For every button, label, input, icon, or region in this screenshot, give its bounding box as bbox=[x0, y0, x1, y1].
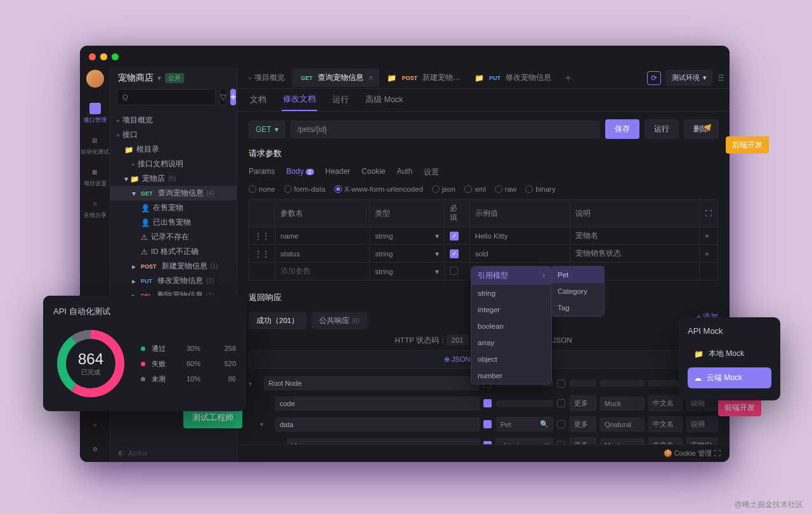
radio-xml[interactable]: xml bbox=[464, 185, 486, 193]
mock-cloud[interactable]: ☁ 云端 Mock bbox=[688, 367, 771, 388]
add-button[interactable]: + bbox=[230, 89, 236, 105]
refresh-button[interactable]: ⟳ bbox=[647, 71, 661, 85]
project-header[interactable]: 宠物商店 ▾ 公开 bbox=[110, 67, 237, 89]
tab-post-pet[interactable]: 📁POST新建宠物… bbox=[381, 69, 467, 87]
avatar[interactable] bbox=[86, 70, 104, 88]
project-title: 宠物商店 bbox=[118, 72, 154, 84]
callout-backend: 后端开发 bbox=[726, 136, 769, 154]
titlebar bbox=[80, 46, 730, 67]
tree-item-3[interactable]: ⚠ 记录不存在 bbox=[110, 230, 237, 244]
subtab-run[interactable]: 运行 bbox=[331, 89, 350, 110]
cookie-mgmt[interactable]: 🍪 Cookie 管理 ⛶ bbox=[664, 449, 721, 458]
type-opt-number[interactable]: number bbox=[471, 367, 551, 384]
tree-doc[interactable]: ▫ 接口文档说明 bbox=[110, 157, 237, 171]
test-icon: ▤ bbox=[89, 135, 101, 146]
save-button[interactable]: 保存 bbox=[605, 119, 639, 139]
radio-none[interactable]: none bbox=[249, 185, 275, 193]
gear-icon: ▦ bbox=[89, 166, 101, 178]
stats-card: API 自动化测试 864已完成 通过30%258 失败60%520 未测10%… bbox=[43, 296, 246, 411]
rail-share[interactable]: ⎋在线分享 bbox=[80, 193, 110, 225]
rail-help[interactable]: ? bbox=[80, 415, 110, 438]
watermark: @稀土掘金技术社区 bbox=[735, 499, 803, 510]
tree-root-dir[interactable]: 📁 根目录 bbox=[110, 142, 237, 157]
tab-bar: ▫ 项目概览 GET查询宠物信息× 📁POST新建宠物… 📁PUT修改宠物信息 … bbox=[237, 67, 730, 89]
model-opt-category[interactable]: Category bbox=[551, 283, 604, 300]
rail-settings[interactable]: ▦项目设置 bbox=[80, 161, 110, 193]
subtab-edit[interactable]: 修改文档 bbox=[282, 89, 317, 111]
param-row-1[interactable]: ⋮⋮statusstring▾sold宠物销售状态× bbox=[249, 245, 718, 263]
model-opt-tag[interactable]: Tag bbox=[551, 300, 604, 316]
tree-item-0[interactable]: ▾ GET查询宠物信息(4) bbox=[110, 186, 237, 201]
gear-icon: ⚙ bbox=[89, 444, 101, 455]
callout-frontend: 前端开发 bbox=[718, 399, 761, 416]
tab-get-pet[interactable]: GET查询宠物信息× bbox=[292, 69, 379, 87]
subtab-mock[interactable]: 高级 Mock bbox=[364, 89, 404, 110]
radio-binary[interactable]: binary bbox=[525, 185, 555, 193]
tree-item-6[interactable]: ▸ PUT修改宠物信息(1) bbox=[110, 273, 237, 288]
radio-raw[interactable]: raw bbox=[495, 185, 517, 193]
type-opt-integer[interactable]: integer bbox=[471, 301, 551, 318]
request-title: 请求参数 bbox=[249, 148, 718, 159]
resptab-success[interactable]: 成功（201） bbox=[249, 312, 306, 329]
close-dot[interactable] bbox=[89, 53, 96, 60]
tab-add[interactable]: + bbox=[559, 69, 577, 88]
type-opt-array[interactable]: array bbox=[471, 334, 551, 351]
reqtab-settings[interactable]: 设置 bbox=[424, 164, 439, 180]
resptab-common[interactable]: 公共响应 (6) bbox=[311, 312, 367, 329]
env-select[interactable]: 测试环境 ▾ bbox=[666, 70, 712, 86]
method-select[interactable]: GET ▾ bbox=[249, 121, 285, 138]
api-icon bbox=[89, 103, 101, 114]
model-dropdown[interactable]: Pet Category Tag bbox=[551, 266, 605, 317]
url-input[interactable]: /pets/{id} bbox=[291, 121, 600, 138]
model-opt-pet[interactable]: Pet bbox=[551, 267, 604, 283]
close-icon[interactable]: × bbox=[369, 73, 374, 82]
request-tabs: Params Body2 Header Cookie Auth 设置 bbox=[249, 164, 718, 180]
tree-item-5[interactable]: ▸ POST新建宠物信息(1) bbox=[110, 259, 237, 273]
footer-bar: 🍪 Cookie 管理 ⛶ bbox=[237, 444, 730, 462]
tree-shop[interactable]: ▾ 📁 宠物店 (5) bbox=[110, 171, 237, 186]
brand-footer: ◐ Apifox bbox=[110, 444, 237, 462]
param-row-0[interactable]: ⋮⋮namestring▾Hello Kitty宠物名× bbox=[249, 227, 718, 245]
radio-urlencoded[interactable]: X-www-form-urlencoded bbox=[334, 185, 423, 193]
subtabs: 文档 修改文档 运行 高级 Mock bbox=[237, 89, 730, 112]
tree-item-2[interactable]: 👤 已出售宠物 bbox=[110, 215, 237, 230]
tree-api[interactable]: ▫ 接口 bbox=[110, 128, 237, 142]
tree-item-4[interactable]: ⚠ ID 格式不正确 bbox=[110, 244, 237, 259]
min-dot[interactable] bbox=[100, 53, 107, 60]
tab-overview[interactable]: ▫ 项目概览 bbox=[242, 69, 291, 87]
mock-local[interactable]: 📁 本地 Mock bbox=[688, 343, 771, 364]
search-input[interactable] bbox=[117, 89, 216, 105]
project-tag: 公开 bbox=[165, 73, 184, 83]
rail-api-mgmt[interactable]: 接口管理 bbox=[80, 98, 110, 129]
menu-icon[interactable]: ☰ bbox=[717, 74, 724, 82]
stats-title: API 自动化测试 bbox=[53, 306, 236, 317]
tree-overview[interactable]: ▫ 项目概览 bbox=[110, 113, 237, 128]
type-dropdown[interactable]: 引用模型› string integer boolean array objec… bbox=[471, 266, 552, 385]
rail-gear[interactable]: ⚙ bbox=[80, 438, 110, 462]
reqtab-auth[interactable]: Auth bbox=[396, 164, 412, 180]
run-button[interactable]: 运行 bbox=[645, 119, 679, 139]
mock-card: API Mock 📁 本地 Mock ☁ 云端 Mock bbox=[679, 317, 780, 400]
radio-json[interactable]: json bbox=[432, 185, 455, 193]
rail-autotest[interactable]: ▤自动化测试 bbox=[80, 129, 110, 161]
radio-formdata[interactable]: form-data bbox=[284, 185, 325, 193]
reqtab-header[interactable]: Header bbox=[325, 164, 350, 180]
donut-chart: 864已完成 bbox=[53, 326, 128, 401]
share-icon: ⎋ bbox=[89, 198, 101, 209]
stats-legend: 通过30%258 失败60%520 未测10%86 bbox=[141, 338, 236, 390]
schema-row-1[interactable]: 更多Mock中文名说明 bbox=[249, 393, 718, 414]
filter-button[interactable]: ▽ bbox=[219, 89, 226, 105]
mock-title: API Mock bbox=[688, 326, 771, 336]
tab-put-pet[interactable]: 📁PUT修改宠物信息 bbox=[468, 69, 558, 87]
schema-row-2[interactable]: ▾Pet🔍更多Qnatural中文名说明 bbox=[249, 414, 718, 435]
type-opt-boolean[interactable]: boolean bbox=[471, 318, 551, 334]
schema-row-3[interactable]: object▾更多Mock中文名宠物ID bbox=[249, 435, 718, 444]
tree-item-1[interactable]: 👤 在售宠物 bbox=[110, 201, 237, 215]
reqtab-body[interactable]: Body2 bbox=[286, 164, 313, 180]
subtab-doc[interactable]: 文档 bbox=[249, 89, 268, 110]
reqtab-cookie[interactable]: Cookie bbox=[362, 164, 385, 180]
reqtab-params[interactable]: Params bbox=[249, 164, 275, 180]
type-opt-object[interactable]: object bbox=[471, 351, 551, 367]
max-dot[interactable] bbox=[112, 53, 119, 60]
type-opt-string[interactable]: string bbox=[471, 285, 551, 301]
